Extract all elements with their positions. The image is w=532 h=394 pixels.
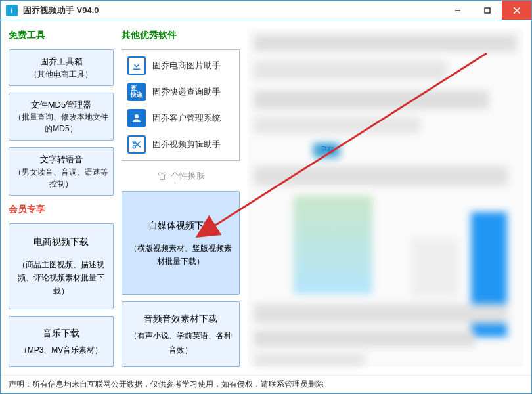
window-title: 固乔视频助手 V94.0 (23, 5, 443, 16)
member-btn-desc: （横版视频素材、竖版视频素材批量下载） (127, 242, 234, 269)
preview-text-snippet: P有 (321, 144, 334, 156)
tool-desc: （男女读音、音调、语速等控制） (13, 166, 109, 190)
member-title: 会员专享 (9, 202, 114, 217)
soft-express-query[interactable]: 查快递 固乔快递查询助手 (127, 83, 234, 101)
lookup-icon: 查快递 (127, 83, 146, 101)
tool-tts[interactable]: 文字转语音 （男女读音、音调、语速等控制） (9, 147, 114, 196)
member-btn-desc: （MP3、MV音乐素材） (20, 345, 103, 355)
scissors-icon (127, 135, 146, 154)
soft-crm[interactable]: 固乔客户管理系统 (127, 109, 234, 127)
free-tools-title: 免费工具 (9, 28, 114, 43)
preview-panel: P有 (248, 28, 523, 367)
soft-label: 固乔电商图片助手 (152, 60, 221, 72)
window-controls (443, 1, 531, 20)
content-area: 免费工具 固乔工具箱 （其他电商工具） 文件MD5管理器 （批量查询、修改本地文… (1, 20, 531, 375)
tool-title: 文字转语音 (13, 153, 109, 166)
user-icon (127, 109, 146, 127)
member-btn-title: 音乐下载 (14, 326, 108, 341)
svg-rect-1 (485, 8, 490, 13)
left-column: 免费工具 固乔工具箱 （其他电商工具） 文件MD5管理器 （批量查询、修改本地文… (9, 28, 114, 367)
svg-point-4 (135, 114, 139, 118)
maximize-button[interactable] (472, 1, 502, 20)
skin-link[interactable]: 个性换肤 (122, 167, 240, 185)
tshirt-icon (157, 171, 167, 181)
app-icon: i (6, 5, 18, 16)
download-icon (127, 56, 146, 75)
other-software-title: 其他优秀软件 (122, 28, 240, 43)
tool-desc: （其他电商工具） (13, 68, 109, 80)
other-software-box: 固乔电商图片助手 查快递 固乔快递查询助手 固乔客户管理系统 固乔视频剪辑助手 (122, 49, 240, 161)
member-ecommerce-video[interactable]: 电商视频下载 （商品主图视频、描述视频、评论视频素材批量下载） (9, 223, 114, 310)
tool-title: 文件MD5管理器 (13, 98, 109, 112)
close-button[interactable] (502, 1, 531, 20)
soft-label: 固乔快递查询助手 (152, 86, 221, 98)
member-btn-desc: （商品主图视频、描述视频、评论视频素材批量下载） (14, 258, 108, 298)
skin-label: 个性换肤 (171, 170, 205, 182)
member-btn-title: 自媒体视频下载 (127, 218, 234, 234)
soft-label: 固乔客户管理系统 (152, 112, 221, 124)
svg-line-7 (135, 142, 141, 148)
soft-video-editor[interactable]: 固乔视频剪辑助手 (127, 135, 234, 154)
member-btn-title: 音频音效素材下载 (127, 311, 234, 327)
member-music[interactable]: 音乐下载 （MP3、MV音乐素材） (9, 316, 114, 367)
tool-desc: （批量查询、修改本地文件的MD5） (13, 111, 109, 135)
titlebar: i 固乔视频助手 V94.0 (1, 1, 531, 20)
tool-title: 固乔工具箱 (13, 55, 109, 68)
preview-blurred (248, 28, 523, 367)
middle-column: 其他优秀软件 固乔电商图片助手 查快递 固乔快递查询助手 固乔客户管理系统 固乔… (122, 28, 240, 367)
member-btn-title: 电商视频下载 (14, 234, 108, 250)
footer-disclaimer: 声明：所有信息均来自互联网公开数据，仅供参考学习使用，如有侵权，请联系管理员删除 (1, 375, 531, 393)
member-selfmedia-video[interactable]: 自媒体视频下载 （横版视频素材、竖版视频素材批量下载） (122, 191, 240, 295)
tool-md5[interactable]: 文件MD5管理器 （批量查询、修改本地文件的MD5） (9, 93, 114, 141)
svg-line-8 (135, 142, 141, 147)
member-btn-desc: （有声小说、学前英语、各种音效） (129, 331, 232, 355)
soft-image-helper[interactable]: 固乔电商图片助手 (127, 56, 234, 75)
app-window: i 固乔视频助手 V94.0 免费工具 固乔工具箱 （其他电商工具） 文件MD5… (0, 0, 532, 394)
soft-label: 固乔视频剪辑助手 (152, 139, 221, 150)
tool-toolbox[interactable]: 固乔工具箱 （其他电商工具） (9, 49, 114, 86)
minimize-button[interactable] (443, 1, 472, 20)
member-audio[interactable]: 音频音效素材下载 （有声小说、学前英语、各种音效） (122, 301, 240, 367)
